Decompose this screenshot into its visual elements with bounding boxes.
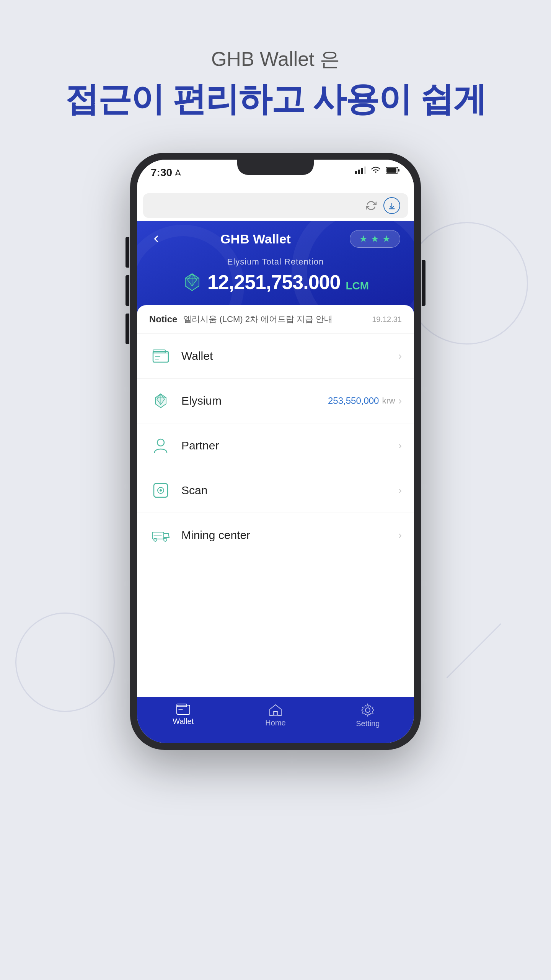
phone-frame: 7:30	[130, 153, 421, 750]
bottom-nav: Wallet Home Settin	[137, 697, 414, 743]
app-title: GHB Wallet	[161, 232, 350, 247]
home-nav-icon	[269, 703, 282, 716]
browser-bar	[143, 193, 408, 218]
svg-rect-32	[274, 712, 277, 715]
svg-point-27	[164, 538, 167, 541]
status-right	[355, 167, 400, 174]
menu-item-mining[interactable]: Mining center ›	[137, 513, 414, 557]
scan-icon	[149, 479, 172, 502]
navigation-icon	[174, 169, 181, 176]
svg-rect-5	[398, 169, 399, 172]
balance-amount: 12,251,753.000	[207, 271, 340, 294]
nav-item-setting[interactable]: Setting	[322, 703, 414, 728]
notice-text: 엘리시움 (LCM) 2차 에어드랍 지급 안내	[183, 314, 366, 325]
download-icon[interactable]	[383, 197, 400, 214]
battery-icon	[386, 167, 400, 174]
refresh-icon[interactable]	[364, 198, 379, 213]
menu-label-partner: Partner	[181, 439, 398, 452]
signal-icon	[355, 167, 366, 174]
header-subtitle: GHB Wallet 은	[65, 46, 486, 73]
svg-rect-6	[386, 168, 396, 173]
chevron-elysium: ›	[398, 395, 402, 407]
menu-label-scan: Scan	[181, 484, 398, 497]
chevron-wallet: ›	[398, 350, 402, 362]
star-3: ★	[382, 234, 391, 244]
status-left: 7:30	[151, 167, 181, 179]
elysium-icon	[149, 389, 172, 412]
status-bar: 7:30	[137, 160, 414, 190]
svg-rect-1	[358, 170, 360, 174]
wifi-icon	[370, 167, 381, 174]
stars-badge: ★ ★ ★	[350, 230, 400, 248]
svg-rect-0	[355, 171, 357, 174]
setting-nav-label: Setting	[356, 719, 380, 728]
time-display: 7:30	[151, 167, 172, 179]
svg-point-21	[157, 439, 164, 446]
balance-section: Elysium Total Retention 12,251,753.000 L…	[151, 257, 400, 294]
page-header: GHB Wallet 은 접근이 편리하고 사용이 쉽게	[65, 46, 486, 122]
elysium-unit: krw	[382, 396, 395, 406]
svg-rect-2	[361, 168, 363, 174]
notice-bar[interactable]: Notice 엘리시움 (LCM) 2차 에어드랍 지급 안내 19.12.31	[137, 305, 414, 334]
chevron-scan: ›	[398, 484, 402, 497]
balance-label: Elysium Total Retention	[151, 257, 400, 267]
menu-item-elysium[interactable]: Elysium 253,550,000 krw ›	[137, 379, 414, 423]
app-header: GHB Wallet ★ ★ ★ Elysium Total Retention	[137, 221, 414, 317]
bg-decoration-3	[447, 623, 502, 678]
svg-point-33	[365, 708, 370, 712]
menu-item-partner[interactable]: Partner ›	[137, 423, 414, 468]
partner-icon	[149, 434, 172, 457]
svg-point-24	[160, 489, 162, 492]
wallet-nav-label: Wallet	[173, 717, 194, 726]
svg-marker-9	[187, 274, 197, 286]
phone-mockup: 7:30	[130, 153, 421, 750]
svg-rect-3	[364, 167, 366, 174]
content-area: Notice 엘리시움 (LCM) 2차 에어드랍 지급 안내 19.12.31	[137, 305, 414, 697]
wallet-nav-icon	[176, 703, 190, 715]
chevron-partner: ›	[398, 439, 402, 452]
star-2: ★	[371, 234, 379, 244]
header-nav: GHB Wallet ★ ★ ★	[151, 230, 400, 248]
phone-screen: 7:30	[137, 160, 414, 743]
star-1: ★	[359, 234, 368, 244]
menu-label-mining: Mining center	[181, 529, 398, 542]
gem-icon	[182, 272, 202, 292]
app-content: GHB Wallet ★ ★ ★ Elysium Total Retention	[137, 221, 414, 743]
setting-nav-icon	[361, 703, 375, 717]
notice-label: Notice	[149, 314, 177, 325]
header-title: 접근이 편리하고 사용이 쉽게	[65, 77, 486, 122]
wallet-menu-icon	[149, 345, 172, 368]
svg-rect-25	[152, 532, 164, 539]
menu-label-elysium: Elysium	[181, 394, 328, 407]
mining-icon	[149, 524, 172, 547]
balance-row: 12,251,753.000 LCM	[151, 271, 400, 294]
elysium-value: 253,550,000	[328, 395, 379, 406]
notice-date: 19.12.31	[372, 315, 402, 324]
nav-item-wallet[interactable]: Wallet	[137, 703, 229, 726]
bg-decoration-2	[15, 612, 115, 712]
menu-label-wallet: Wallet	[181, 350, 398, 363]
svg-marker-8	[185, 274, 199, 291]
back-button[interactable]	[151, 234, 161, 244]
balance-unit: LCM	[346, 280, 369, 294]
nav-item-home[interactable]: Home	[229, 703, 321, 727]
notch	[237, 160, 314, 175]
chevron-mining: ›	[398, 529, 402, 541]
menu-item-wallet[interactable]: Wallet ›	[137, 334, 414, 379]
svg-rect-14	[153, 352, 168, 354]
menu-item-scan[interactable]: Scan ›	[137, 468, 414, 513]
home-nav-label: Home	[265, 719, 285, 727]
